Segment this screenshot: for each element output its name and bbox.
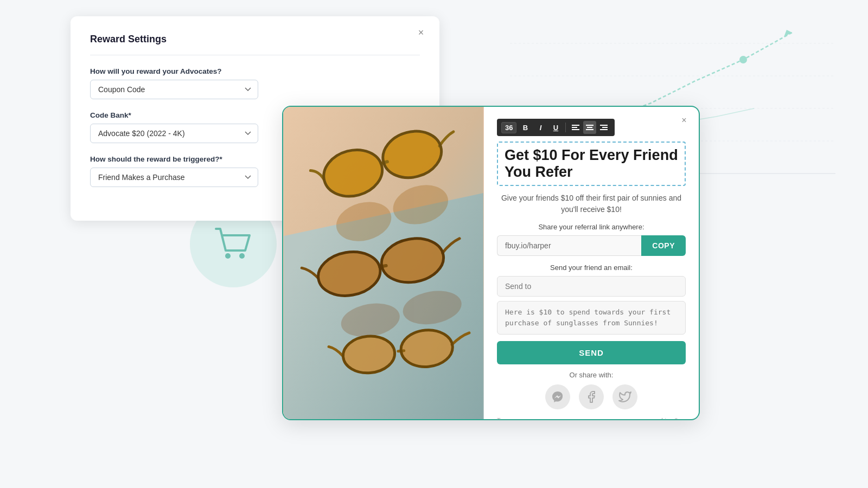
message-textarea[interactable]: [497, 301, 686, 335]
social-share-row: [497, 384, 686, 409]
text-toolbar: 36 B I U: [497, 119, 615, 136]
copy-button[interactable]: COPY: [641, 235, 686, 256]
underline-button[interactable]: U: [549, 121, 562, 134]
referral-link-input[interactable]: [497, 235, 641, 256]
email-label: Send your friend an email:: [497, 264, 686, 272]
or-share-label: Or share with:: [497, 371, 686, 379]
italic-button[interactable]: I: [534, 121, 547, 134]
svg-point-7: [225, 253, 231, 259]
widget-footer: Terms friendbuy: [497, 414, 686, 419]
trigger-select[interactable]: Friend Makes a Purchase: [90, 168, 258, 187]
footer-terms[interactable]: Terms: [497, 417, 513, 419]
twitter-share-button[interactable]: [612, 384, 637, 409]
font-size-display: 36: [501, 122, 516, 133]
cart-icon: [212, 224, 255, 264]
advocate-reward-select[interactable]: Coupon Code: [90, 80, 258, 99]
referral-widget: × 36 B I U Get $10 For Every Fr: [282, 106, 700, 420]
send-to-input[interactable]: [497, 276, 686, 297]
widget-headline-box: Get $10 For Every Friend You Refer: [497, 142, 686, 186]
reward-settings-close-button[interactable]: ×: [413, 25, 429, 40]
messenger-icon: [551, 390, 564, 403]
advocate-reward-label: How will you reward your Advocates?: [90, 67, 420, 75]
widget-headline-text: Get $10 For Every Friend You Refer: [505, 147, 678, 181]
align-right-button[interactable]: [597, 121, 610, 134]
sunglasses-image: [283, 107, 484, 419]
bold-button[interactable]: B: [519, 121, 532, 134]
code-bank-select[interactable]: Advocate $20 (2022 - 4K): [90, 124, 258, 143]
widget-content-panel: × 36 B I U Get $10 For Every Fr: [484, 107, 699, 419]
referral-link-row: COPY: [497, 235, 686, 256]
send-button[interactable]: SEND: [497, 341, 686, 364]
svg-point-8: [239, 253, 245, 259]
svg-point-0: [739, 56, 747, 63]
widget-close-button[interactable]: ×: [677, 113, 691, 127]
card-divider: [90, 55, 420, 55]
reward-settings-title: Reward Settings: [90, 34, 420, 45]
facebook-icon: [585, 390, 598, 403]
toolbar-divider: [565, 123, 566, 132]
footer-brand: friendbuy: [661, 417, 686, 419]
toolbar-align-group: [569, 121, 610, 134]
messenger-share-button[interactable]: [545, 384, 570, 409]
widget-image-panel: [283, 107, 484, 419]
widget-subtitle: Give your friends $10 off their first pa…: [497, 192, 686, 215]
referral-link-label: Share your referral link anywhere:: [497, 223, 686, 231]
twitter-icon: [618, 390, 631, 403]
facebook-share-button[interactable]: [579, 384, 604, 409]
advocate-reward-group: How will you reward your Advocates? Coup…: [90, 67, 420, 99]
align-center-button[interactable]: [583, 121, 596, 134]
align-left-button[interactable]: [569, 121, 582, 134]
